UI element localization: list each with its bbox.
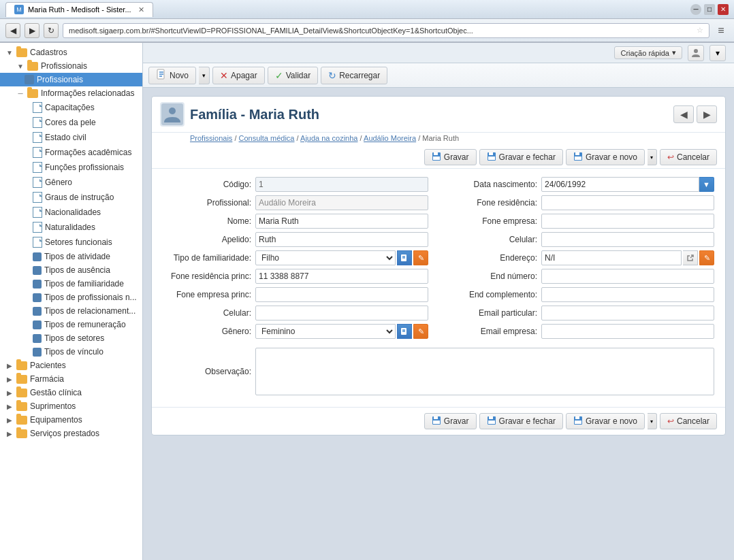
expand-icon: ─ [16,89,25,97]
sidebar-item-tipos-profissionais[interactable]: Tipos de profissionais n... [0,291,142,304]
new-split-btn[interactable]: ▾ [199,67,210,84]
record-next-btn[interactable]: ▶ [697,105,717,123]
celular-left-input[interactable] [255,306,428,320]
familiaridade-select[interactable]: Filho [255,250,396,265]
nome-input[interactable] [255,214,428,229]
email-particular-input[interactable] [541,306,714,320]
end-numero-input[interactable] [541,269,714,284]
sidebar-item-funcoes[interactable]: Funções profissionais [0,160,142,175]
reload-button[interactable]: ↻ Recarregar [321,67,387,84]
sidebar-item-tipos-familiaridade[interactable]: Tipos de familiaridade [0,277,142,291]
sidebar-item-tipos-relacionamento[interactable]: Tipos de relacionament... [0,304,142,318]
sidebar-item-genero[interactable]: Gênero [0,175,142,190]
save-close-btn-bottom[interactable]: Gravar e fechar [479,413,563,429]
save-btn-bottom[interactable]: Gravar [424,413,477,429]
sidebar-label: Profissionais [41,61,87,71]
sidebar-item-naturalidades[interactable]: Naturalidades [0,220,142,235]
reload-button[interactable]: ↻ [44,23,59,38]
genero-select[interactable]: Feminino Masculino [255,324,396,339]
save-close-btn-top[interactable]: Gravar e fechar [479,149,563,165]
save-new-split-bottom[interactable]: ▾ [648,413,657,429]
validate-button[interactable]: ✓ Validar [268,67,318,84]
window-maximize-btn[interactable]: □ [704,4,715,15]
save-new-split-top[interactable]: ▾ [648,149,657,165]
save-new-btn-bottom[interactable]: Gravar e novo [566,413,645,429]
fone-emp-input[interactable] [541,214,714,229]
observacao-textarea[interactable] [255,348,714,395]
cancel-btn-bottom[interactable]: ↩ Cancelar [660,413,717,429]
new-label: Novo [170,71,189,80]
save-new-btn-top[interactable]: Gravar e novo [566,149,645,165]
sidebar-item-gestao[interactable]: ▶ Gestão clínica [0,386,142,399]
sidebar-item-cadastros[interactable]: ▼ Cadastros [0,46,142,59]
endereco-link-btn[interactable] [683,250,698,265]
cancel-btn-top[interactable]: ↩ Cancelar [660,149,717,165]
endereco-input[interactable] [541,250,682,265]
record-prev-btn[interactable]: ◀ [673,105,694,123]
sidebar-item-tipos-remuneracao[interactable]: Tipos de remuneração [0,318,142,331]
email-empresa-input[interactable] [541,324,714,339]
sidebar-item-formacoes[interactable]: Formações acadêmicas [0,145,142,160]
breadcrumb-link-audalio[interactable]: Audálio Moreira [364,134,416,142]
date-picker-btn[interactable]: ▼ [699,177,714,192]
browser-tab[interactable]: M Maria Ruth - Medisoft - Sister... ✕ [5,2,153,17]
profissional-input[interactable] [255,195,428,210]
sidebar-label: Capacitações [45,103,95,112]
delete-button[interactable]: ✕ Apagar [212,67,265,84]
sidebar-item-tipos-ausencia[interactable]: Tipos de ausência [0,263,142,277]
sidebar-item-farmacia[interactable]: ▶ Farmácia [0,372,142,386]
quick-create-btn[interactable]: Criação rápida ▾ [614,46,682,59]
forward-button[interactable]: ▶ [25,23,39,38]
sidebar-item-setores[interactable]: Setores funcionais [0,235,142,250]
sidebar-item-profissionais[interactable]: Profissionais [0,73,142,86]
fone-res-input[interactable] [541,195,714,210]
data-nasc-label: Data nascimento: [449,180,537,189]
sidebar-label: Suprimentos [30,401,76,411]
fone-res-princ-input[interactable] [255,269,428,284]
end-complemento-input[interactable] [541,287,714,302]
sidebar-item-informacoes[interactable]: ─ Informações relacionadas [0,86,142,100]
tab-close-btn[interactable]: ✕ [138,5,144,14]
breadcrumb-link-ajuda[interactable]: Ajuda na cozinha [300,134,357,142]
new-button[interactable]: Novo [148,67,196,84]
genero-label: Gênero: [163,327,251,336]
sidebar-item-tipos-vinculo[interactable]: Tipos de vínculo [0,345,142,359]
sidebar-item-nacionalidades[interactable]: Nacionalidades [0,205,142,220]
apelido-input[interactable] [255,232,428,247]
sidebar-item-pacientes[interactable]: ▶ Pacientes [0,359,142,372]
sidebar-item-profissionais-group[interactable]: ▼ Profissionais [0,59,142,73]
sidebar-item-equipamentos[interactable]: ▶ Equipamentos [0,413,142,427]
sidebar-item-suprimentos[interactable]: ▶ Suprimentos [0,399,142,413]
sidebar-item-graus[interactable]: Graus de instrução [0,190,142,205]
fone-emp-princ-input[interactable] [255,287,428,302]
breadcrumb-link-consulta[interactable]: Consulta médica [239,134,295,142]
sidebar-item-cores-pele[interactable]: Cores da pele [0,115,142,130]
familiaridade-edit-btn[interactable]: ✎ [413,250,428,265]
bookmark-icon[interactable]: ☆ [697,26,703,35]
address-bar[interactable]: medisoft.sigaerp.com.br/#ShortcutViewID=… [63,23,709,38]
sidebar-item-capacitacoes[interactable]: Capacitações [0,100,142,115]
breadcrumb-link-profissionais[interactable]: Profissionais [190,134,232,142]
window-close-btn[interactable]: ✕ [718,4,729,15]
celular-right-input[interactable] [541,232,714,247]
familiaridade-add-btn[interactable] [397,250,412,265]
browser-menu-btn[interactable]: ≡ [714,23,729,38]
observacao-label: Observação: [163,367,251,376]
user-profile-btn[interactable] [688,45,704,61]
endereco-edit-btn[interactable]: ✎ [699,250,714,265]
sidebar-label: Informações relacionadas [41,88,134,98]
save-btn-top[interactable]: Gravar [424,149,477,165]
back-button[interactable]: ◀ [5,23,20,38]
genero-edit-btn[interactable]: ✎ [413,324,428,339]
window-minimize-btn[interactable]: ─ [690,4,701,15]
sidebar-item-tipos-setores[interactable]: Tipos de setores [0,331,142,345]
codigo-input[interactable] [255,177,428,192]
svg-rect-15 [575,157,581,160]
data-nasc-input[interactable] [541,177,699,192]
sidebar-item-servicos[interactable]: ▶ Serviços prestados [0,427,142,440]
sidebar-item-tipos-atividade[interactable]: Tipos de atividade [0,250,142,263]
genero-add-btn[interactable] [397,324,412,339]
settings-btn[interactable]: ▾ [709,45,726,61]
reload-icon: ↻ [328,70,336,81]
sidebar-item-estado-civil[interactable]: Estado civil [0,130,142,145]
